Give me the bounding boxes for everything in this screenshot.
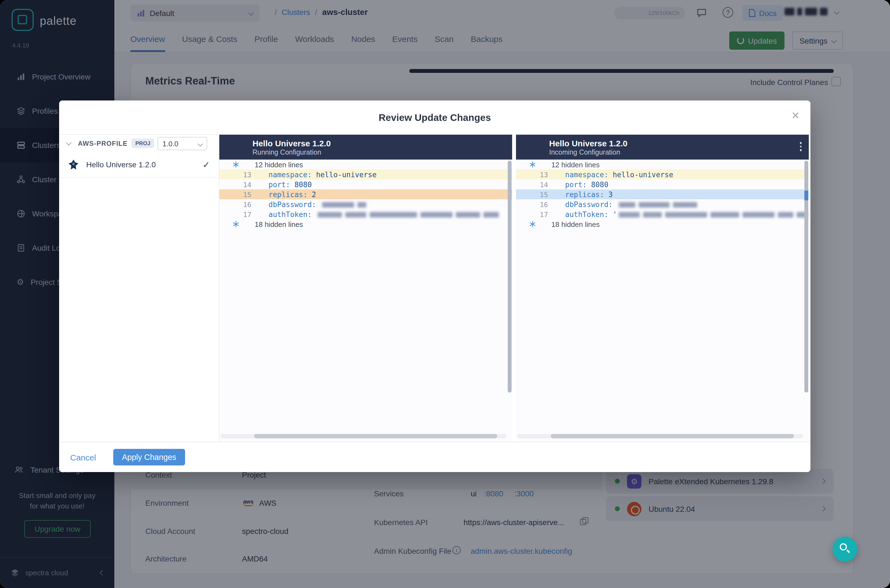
incoming-config-pane: Hello Universe 1.2.0 Incoming Configurat… (516, 135, 809, 442)
yaml-key: authToken: (269, 210, 312, 218)
vertical-scrollbar-thumb[interactable] (508, 160, 511, 393)
redacted-value (673, 202, 697, 208)
redacted-value (778, 212, 793, 218)
redacted-value (358, 202, 366, 208)
profile-name: AWS-PROFILE (78, 140, 128, 147)
redacted-value (420, 212, 453, 218)
profile-version-select[interactable]: 1.0.0 (158, 137, 207, 150)
diff-line-row: 16 dbPassword: (516, 200, 809, 209)
redacted-value (483, 212, 499, 218)
pane-subtitle: Running Configuration (253, 148, 512, 157)
expand-lines-icon[interactable] (529, 221, 536, 228)
pane-subtitle: Incoming Configuration (549, 148, 809, 157)
modal-header: Review Update Changes × (59, 100, 810, 135)
line-number: 15 (219, 190, 251, 198)
diff-viewer: Hello Universe 1.2.0 Running Configurati… (219, 135, 810, 442)
redacted-value (743, 212, 774, 218)
line-number: 16 (219, 200, 251, 208)
scrollbar-thumb[interactable] (254, 434, 497, 438)
yaml-key: namespace: (269, 170, 312, 178)
expand-lines-icon[interactable] (233, 161, 239, 168)
redacted-value (345, 212, 366, 218)
redacted-value (370, 212, 417, 218)
diff-line-row: 17 authToken: ' (516, 209, 809, 219)
profile-panel: AWS-PROFILE PROJ 1.0.0 Hello Universe 1.… (59, 135, 219, 472)
modal-footer: Cancel Apply Changes (59, 442, 810, 472)
kebab-menu-icon[interactable] (800, 142, 801, 151)
horizontal-scrollbar[interactable] (220, 434, 507, 438)
close-icon[interactable]: × (792, 109, 800, 122)
running-config-header: Hello Universe 1.2.0 Running Configurati… (219, 135, 512, 159)
diff-line-row: 16 dbPassword: (219, 200, 512, 209)
support-search-fab[interactable] (833, 537, 857, 561)
profile-header-row: AWS-PROFILE PROJ 1.0.0 (59, 135, 219, 152)
yaml-key: dbPassword: (269, 200, 316, 208)
hidden-lines-row: 18 hidden lines (516, 219, 809, 229)
yaml-key: namespace: (565, 170, 609, 178)
cancel-button[interactable]: Cancel (70, 453, 96, 462)
yaml-value: hello-universe (613, 170, 673, 178)
yaml-key: port: (269, 180, 290, 189)
yaml-value: 2 (312, 190, 316, 198)
yaml-value: hello-universe (316, 170, 376, 178)
running-config-code: 12 hidden lines 13 namespace: hello-univ… (219, 159, 512, 442)
hidden-lines-row: 12 hidden lines (516, 159, 809, 170)
check-icon: ✓ (203, 159, 210, 170)
hidden-lines-row: 18 hidden lines (219, 219, 512, 229)
modal-title: Review Update Changes (59, 100, 810, 135)
profile-version-value: 1.0.0 (162, 140, 179, 148)
pane-title: Hello Universe 1.2.0 (253, 138, 512, 148)
yaml-value: 8080 (295, 180, 312, 189)
redacted-value (619, 212, 640, 218)
yaml-key: port: (565, 180, 587, 189)
line-number: 13 (219, 170, 251, 178)
expand-lines-icon[interactable] (529, 161, 536, 168)
redacted-value (665, 212, 707, 218)
hidden-lines-label: 12 hidden lines (255, 160, 303, 169)
hidden-lines-label: 18 hidden lines (255, 220, 303, 228)
pane-title: Hello Universe 1.2.0 (549, 138, 809, 148)
line-number: 17 (516, 210, 548, 218)
profile-scope-badge: PROJ (131, 139, 154, 148)
yaml-key: replicas: (565, 190, 604, 198)
line-number: 15 (516, 190, 548, 198)
pack-name: Hello Universe 1.2.0 (86, 160, 156, 169)
redacted-value (619, 202, 635, 208)
pack-list-item[interactable]: Hello Universe 1.2.0 ✓ (59, 152, 219, 178)
redacted-value (456, 212, 480, 218)
diff-line-row: 14 port: 8080 (516, 179, 809, 189)
chevron-down-icon (197, 141, 203, 146)
diff-line-row: 17 authToken: (219, 209, 512, 219)
expand-lines-icon[interactable] (233, 221, 239, 228)
yaml-key: dbPassword: (565, 200, 613, 208)
hidden-lines-label: 12 hidden lines (551, 160, 600, 169)
hidden-lines-label: 18 hidden lines (551, 220, 600, 228)
diff-line-row: 13 namespace: hello-universe (516, 170, 809, 179)
scrollbar-thumb[interactable] (551, 434, 794, 438)
redacted-value (710, 212, 739, 218)
line-number: 14 (516, 180, 548, 189)
yaml-value: ' (613, 210, 617, 218)
horizontal-scrollbar[interactable] (517, 434, 803, 438)
diff-line-row: 13 namespace: hello-universe (219, 170, 512, 179)
line-number: 13 (516, 170, 548, 178)
magnifier-icon (840, 543, 847, 550)
chevron-down-icon[interactable] (66, 140, 72, 146)
diff-line-row-removed: 15 replicas: 2 (219, 189, 512, 200)
yaml-value: 8080 (591, 180, 609, 189)
incoming-config-header: Hello Universe 1.2.0 Incoming Configurat… (516, 135, 809, 159)
yaml-value: 3 (609, 190, 613, 198)
redacted-value (643, 212, 662, 218)
redacted-value (318, 212, 342, 218)
diff-line-row-added: 15 replicas: 3 (516, 189, 809, 200)
redacted-value (639, 202, 670, 208)
hidden-lines-row: 12 hidden lines (219, 159, 512, 170)
yaml-key: replicas: (269, 190, 307, 198)
redacted-value (322, 202, 354, 208)
diff-change-marker (804, 190, 808, 200)
diff-line-row: 14 port: 8080 (219, 179, 512, 189)
line-number: 16 (516, 200, 548, 208)
apply-changes-button[interactable]: Apply Changes (113, 449, 185, 465)
review-update-changes-modal: Review Update Changes × AWS-PROFILE PROJ… (59, 100, 810, 472)
incoming-config-code: 12 hidden lines 13 namespace: hello-univ… (516, 159, 809, 442)
